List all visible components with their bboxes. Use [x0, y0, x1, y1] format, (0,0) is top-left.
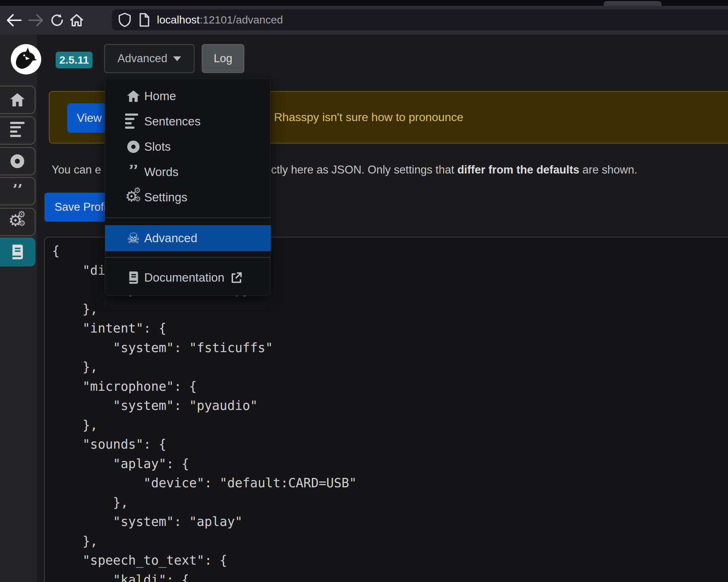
words-quote-icon: ” [12, 184, 23, 198]
back-arrow-icon [8, 15, 21, 26]
menu-divider [105, 257, 271, 258]
page-dropdown-label: Advanced [117, 52, 167, 65]
url-bar[interactable]: localhost:12101/advanced [112, 9, 728, 30]
forward-arrow-icon [29, 15, 42, 26]
gears-icon: ⚙⚙⚙ [125, 189, 142, 205]
url-host: localhost [157, 14, 200, 26]
url-text: localhost:12101/advanced [157, 14, 283, 26]
menu-item-settings[interactable]: ⚙⚙⚙ Settings [105, 185, 271, 210]
menu-item-home[interactable]: Home [105, 84, 271, 109]
align-left-icon [125, 112, 142, 131]
page-icon[interactable] [139, 13, 150, 27]
view-button-label: View [77, 111, 102, 125]
external-link-icon [230, 271, 243, 284]
intro-text-left: You can e [52, 163, 101, 176]
sidebar-item-sentences[interactable] [0, 116, 35, 145]
home-icon [9, 93, 25, 107]
book-icon [125, 271, 142, 284]
menu-item-documentation[interactable]: Documentation [105, 265, 271, 290]
menu-divider [105, 217, 271, 218]
forward-button[interactable] [26, 6, 46, 35]
book-icon [10, 244, 25, 260]
home-icon [125, 90, 142, 103]
url-path: :12101/advanced [200, 14, 283, 26]
intro-text-right: ctly here as JSON. Only settings that di… [271, 163, 637, 176]
menu-item-words[interactable]: ” Words [105, 159, 271, 185]
bird-logo-icon [11, 44, 41, 74]
skull-crossbones-icon: ☠ [125, 231, 142, 245]
quote-icon: ” [125, 165, 142, 179]
menu-item-label: Slots [144, 140, 171, 154]
sidebar-item-home[interactable] [0, 86, 35, 114]
menu-item-label: Documentation [144, 271, 224, 284]
page-dropdown-button[interactable]: Advanced [104, 44, 194, 73]
version-badge: 2.5.11 [56, 52, 93, 68]
menu-item-label: Advanced [144, 231, 197, 245]
menu-item-label: Words [144, 165, 179, 179]
sidebar-item-settings[interactable]: ⚙⚙⚙ [0, 208, 35, 236]
back-button[interactable] [4, 6, 24, 35]
reload-icon [50, 13, 64, 27]
browser-home-button[interactable] [67, 6, 87, 35]
menu-item-slots[interactable]: Slots [105, 134, 271, 159]
record-circle-icon [125, 141, 142, 153]
page-dropdown-menu: Home Sentences Slots ” Words ⚙⚙⚙ Setting… [105, 78, 270, 296]
alert-message: Rhasspy isn't sure how to pronounce [274, 92, 463, 143]
browser-home-icon [69, 13, 84, 27]
sidebar-item-advanced-active[interactable] [0, 237, 35, 266]
chevron-down-icon [173, 56, 181, 61]
rhasspy-logo [11, 44, 41, 74]
settings-gears-icon: ⚙⚙⚙ [8, 214, 26, 230]
browser-tab-strip [0, 0, 728, 6]
log-button-label: Log [214, 52, 232, 65]
reload-button[interactable] [47, 6, 67, 35]
menu-item-sentences[interactable]: Sentences [105, 109, 271, 134]
rhasspy-page: 2.5.11 Advanced Log ” ⚙⚙⚙ View [0, 35, 728, 582]
menu-item-label: Settings [144, 191, 187, 204]
menu-item-label: Home [144, 89, 176, 103]
sentences-align-left-icon [10, 122, 25, 139]
menu-item-label: Sentences [144, 115, 201, 128]
slots-record-icon [10, 154, 24, 168]
browser-tab[interactable] [604, 1, 661, 6]
sidebar-item-slots[interactable] [0, 147, 35, 175]
shield-icon[interactable] [119, 13, 131, 27]
sidebar-item-words[interactable]: ” [0, 177, 35, 205]
menu-item-advanced-active[interactable]: ☠ Advanced [105, 225, 271, 251]
log-button[interactable]: Log [202, 44, 244, 73]
